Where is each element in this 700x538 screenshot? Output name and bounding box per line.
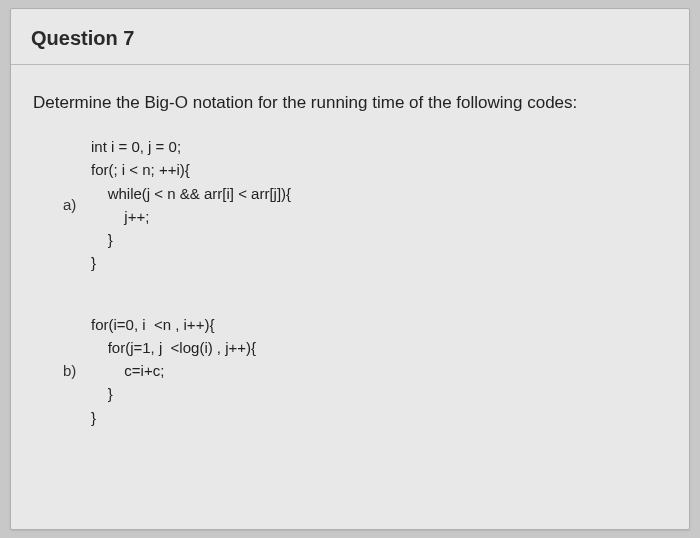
code-block: for(i=0, i <n , i++){ for(j=1, j <log(i)… xyxy=(91,313,256,429)
part-label: b) xyxy=(63,362,91,379)
question-card: Question 7 Determine the Big-O notation … xyxy=(10,8,690,530)
part-b: b) for(i=0, i <n , i++){ for(j=1, j <log… xyxy=(63,313,667,429)
parts-container: a) int i = 0, j = 0; for(; i < n; ++i){ … xyxy=(33,135,667,429)
card-body: Determine the Big-O notation for the run… xyxy=(11,65,689,451)
code-block: int i = 0, j = 0; for(; i < n; ++i){ whi… xyxy=(91,135,291,275)
question-prompt: Determine the Big-O notation for the run… xyxy=(33,93,667,113)
card-header: Question 7 xyxy=(11,9,689,65)
question-title: Question 7 xyxy=(31,27,669,50)
part-a: a) int i = 0, j = 0; for(; i < n; ++i){ … xyxy=(63,135,667,275)
part-label: a) xyxy=(63,196,91,213)
